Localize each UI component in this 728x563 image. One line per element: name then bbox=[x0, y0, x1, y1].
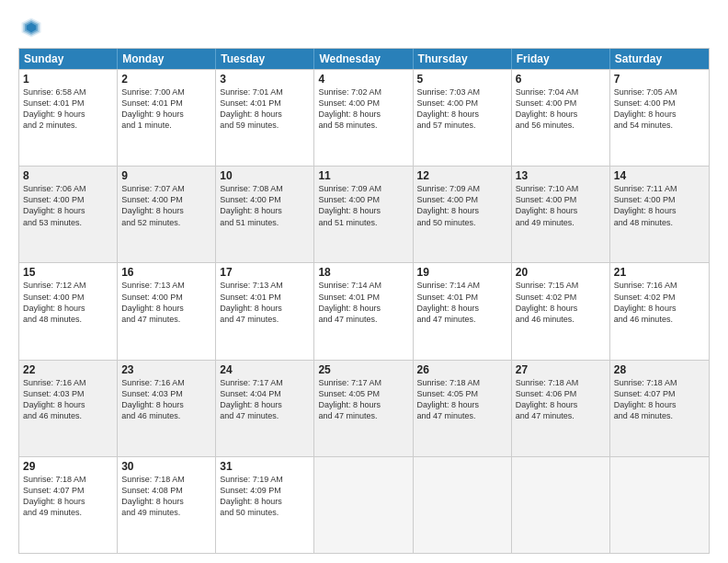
day-number: 1 bbox=[23, 73, 113, 86]
day-info: Sunrise: 7:17 AM Sunset: 4:04 PM Dayligh… bbox=[220, 377, 310, 422]
day-info: Sunrise: 7:19 AM Sunset: 4:09 PM Dayligh… bbox=[220, 474, 310, 519]
header-day-sunday: Sunday bbox=[19, 49, 118, 69]
day-number: 28 bbox=[614, 363, 705, 376]
day-number: 15 bbox=[23, 266, 113, 279]
day-number: 24 bbox=[220, 363, 310, 376]
day-cell-4: 4Sunrise: 7:02 AM Sunset: 4:00 PM Daylig… bbox=[314, 70, 413, 166]
day-number: 20 bbox=[516, 266, 606, 279]
day-cell-8: 8Sunrise: 7:06 AM Sunset: 4:00 PM Daylig… bbox=[19, 167, 118, 262]
header-day-saturday: Saturday bbox=[610, 49, 709, 69]
header-day-wednesday: Wednesday bbox=[314, 49, 413, 69]
day-number: 8 bbox=[23, 169, 113, 182]
day-info: Sunrise: 7:18 AM Sunset: 4:06 PM Dayligh… bbox=[516, 377, 606, 422]
day-number: 10 bbox=[220, 169, 310, 182]
day-info: Sunrise: 6:58 AM Sunset: 4:01 PM Dayligh… bbox=[23, 86, 113, 132]
day-info: Sunrise: 7:18 AM Sunset: 4:08 PM Dayligh… bbox=[121, 474, 211, 519]
day-cell-29: 29Sunrise: 7:18 AM Sunset: 4:07 PM Dayli… bbox=[19, 457, 118, 553]
day-info: Sunrise: 7:02 AM Sunset: 4:00 PM Dayligh… bbox=[318, 86, 408, 132]
day-info: Sunrise: 7:14 AM Sunset: 4:01 PM Dayligh… bbox=[417, 280, 507, 325]
day-cell-22: 22Sunrise: 7:16 AM Sunset: 4:03 PM Dayli… bbox=[19, 361, 118, 456]
day-info: Sunrise: 7:16 AM Sunset: 4:03 PM Dayligh… bbox=[121, 377, 211, 422]
day-number: 30 bbox=[121, 460, 211, 473]
day-number: 11 bbox=[318, 169, 408, 182]
day-info: Sunrise: 7:08 AM Sunset: 4:00 PM Dayligh… bbox=[220, 183, 310, 228]
day-number: 21 bbox=[614, 266, 705, 279]
calendar-row-3: 15Sunrise: 7:12 AM Sunset: 4:00 PM Dayli… bbox=[19, 262, 709, 359]
day-info: Sunrise: 7:11 AM Sunset: 4:00 PM Dayligh… bbox=[614, 183, 705, 228]
day-cell-16: 16Sunrise: 7:13 AM Sunset: 4:00 PM Dayli… bbox=[118, 263, 216, 359]
day-cell-14: 14Sunrise: 7:11 AM Sunset: 4:00 PM Dayli… bbox=[610, 167, 709, 262]
day-number: 14 bbox=[614, 169, 705, 182]
day-cell-17: 17Sunrise: 7:13 AM Sunset: 4:01 PM Dayli… bbox=[216, 263, 314, 359]
day-number: 29 bbox=[23, 460, 113, 473]
empty-cell bbox=[610, 457, 709, 553]
empty-cell bbox=[512, 457, 610, 553]
day-cell-12: 12Sunrise: 7:09 AM Sunset: 4:00 PM Dayli… bbox=[414, 167, 512, 262]
day-number: 17 bbox=[220, 266, 310, 279]
day-info: Sunrise: 7:18 AM Sunset: 4:07 PM Dayligh… bbox=[614, 377, 705, 422]
header-day-monday: Monday bbox=[118, 49, 216, 69]
day-info: Sunrise: 7:01 AM Sunset: 4:01 PM Dayligh… bbox=[220, 86, 310, 132]
day-cell-13: 13Sunrise: 7:10 AM Sunset: 4:00 PM Dayli… bbox=[512, 167, 610, 262]
day-cell-20: 20Sunrise: 7:15 AM Sunset: 4:02 PM Dayli… bbox=[512, 263, 610, 359]
day-number: 19 bbox=[417, 266, 507, 279]
day-info: Sunrise: 7:04 AM Sunset: 4:00 PM Dayligh… bbox=[516, 86, 606, 132]
day-cell-1: 1Sunrise: 6:58 AM Sunset: 4:01 PM Daylig… bbox=[19, 70, 118, 166]
header-day-thursday: Thursday bbox=[414, 49, 512, 69]
day-cell-6: 6Sunrise: 7:04 AM Sunset: 4:00 PM Daylig… bbox=[512, 70, 610, 166]
day-cell-27: 27Sunrise: 7:18 AM Sunset: 4:06 PM Dayli… bbox=[512, 361, 610, 456]
day-cell-24: 24Sunrise: 7:17 AM Sunset: 4:04 PM Dayli… bbox=[216, 361, 314, 456]
day-number: 22 bbox=[23, 363, 113, 376]
day-number: 16 bbox=[121, 266, 211, 279]
day-cell-30: 30Sunrise: 7:18 AM Sunset: 4:08 PM Dayli… bbox=[118, 457, 216, 553]
day-number: 12 bbox=[417, 169, 507, 182]
day-cell-26: 26Sunrise: 7:18 AM Sunset: 4:05 PM Dayli… bbox=[414, 361, 512, 456]
day-cell-25: 25Sunrise: 7:17 AM Sunset: 4:05 PM Dayli… bbox=[314, 361, 413, 456]
day-info: Sunrise: 7:18 AM Sunset: 4:07 PM Dayligh… bbox=[23, 474, 113, 519]
day-info: Sunrise: 7:16 AM Sunset: 4:03 PM Dayligh… bbox=[23, 377, 113, 422]
day-cell-9: 9Sunrise: 7:07 AM Sunset: 4:00 PM Daylig… bbox=[118, 167, 216, 262]
day-info: Sunrise: 7:16 AM Sunset: 4:02 PM Dayligh… bbox=[614, 280, 705, 325]
day-number: 13 bbox=[516, 169, 606, 182]
day-cell-3: 3Sunrise: 7:01 AM Sunset: 4:01 PM Daylig… bbox=[216, 70, 314, 166]
day-cell-18: 18Sunrise: 7:14 AM Sunset: 4:01 PM Dayli… bbox=[314, 263, 413, 359]
day-number: 9 bbox=[121, 169, 211, 182]
day-number: 4 bbox=[318, 73, 408, 86]
calendar-row-1: 1Sunrise: 6:58 AM Sunset: 4:01 PM Daylig… bbox=[19, 69, 709, 166]
calendar: SundayMondayTuesdayWednesdayThursdayFrid… bbox=[18, 48, 710, 554]
day-cell-10: 10Sunrise: 7:08 AM Sunset: 4:00 PM Dayli… bbox=[216, 167, 314, 262]
day-number: 26 bbox=[417, 363, 507, 376]
day-info: Sunrise: 7:14 AM Sunset: 4:01 PM Dayligh… bbox=[318, 280, 408, 325]
day-number: 25 bbox=[318, 363, 408, 376]
day-cell-11: 11Sunrise: 7:09 AM Sunset: 4:00 PM Dayli… bbox=[314, 167, 413, 262]
day-info: Sunrise: 7:00 AM Sunset: 4:01 PM Dayligh… bbox=[121, 86, 211, 132]
day-number: 27 bbox=[516, 363, 606, 376]
day-cell-7: 7Sunrise: 7:05 AM Sunset: 4:00 PM Daylig… bbox=[610, 70, 709, 166]
day-number: 6 bbox=[516, 73, 606, 86]
day-info: Sunrise: 7:10 AM Sunset: 4:00 PM Dayligh… bbox=[516, 183, 606, 228]
day-cell-23: 23Sunrise: 7:16 AM Sunset: 4:03 PM Dayli… bbox=[118, 361, 216, 456]
day-cell-19: 19Sunrise: 7:14 AM Sunset: 4:01 PM Dayli… bbox=[414, 263, 512, 359]
day-info: Sunrise: 7:09 AM Sunset: 4:00 PM Dayligh… bbox=[318, 183, 408, 228]
calendar-row-5: 29Sunrise: 7:18 AM Sunset: 4:07 PM Dayli… bbox=[19, 456, 709, 553]
day-number: 31 bbox=[220, 460, 310, 473]
page: SundayMondayTuesdayWednesdayThursdayFrid… bbox=[0, 0, 728, 563]
calendar-row-4: 22Sunrise: 7:16 AM Sunset: 4:03 PM Dayli… bbox=[19, 360, 709, 456]
empty-cell bbox=[314, 457, 413, 553]
calendar-header-row: SundayMondayTuesdayWednesdayThursdayFrid… bbox=[19, 49, 709, 69]
day-cell-28: 28Sunrise: 7:18 AM Sunset: 4:07 PM Dayli… bbox=[610, 361, 709, 456]
day-number: 5 bbox=[417, 73, 507, 86]
day-number: 2 bbox=[121, 73, 211, 86]
day-info: Sunrise: 7:18 AM Sunset: 4:05 PM Dayligh… bbox=[417, 377, 507, 422]
empty-cell bbox=[414, 457, 512, 553]
day-info: Sunrise: 7:05 AM Sunset: 4:00 PM Dayligh… bbox=[614, 86, 705, 132]
day-info: Sunrise: 7:12 AM Sunset: 4:00 PM Dayligh… bbox=[23, 280, 113, 325]
day-info: Sunrise: 7:09 AM Sunset: 4:00 PM Dayligh… bbox=[417, 183, 507, 228]
day-info: Sunrise: 7:06 AM Sunset: 4:00 PM Dayligh… bbox=[23, 183, 113, 228]
day-info: Sunrise: 7:13 AM Sunset: 4:01 PM Dayligh… bbox=[220, 280, 310, 325]
day-info: Sunrise: 7:07 AM Sunset: 4:00 PM Dayligh… bbox=[121, 183, 211, 228]
day-cell-21: 21Sunrise: 7:16 AM Sunset: 4:02 PM Dayli… bbox=[610, 263, 709, 359]
day-cell-31: 31Sunrise: 7:19 AM Sunset: 4:09 PM Dayli… bbox=[216, 457, 314, 553]
day-info: Sunrise: 7:03 AM Sunset: 4:00 PM Dayligh… bbox=[417, 86, 507, 132]
day-number: 3 bbox=[220, 73, 310, 86]
